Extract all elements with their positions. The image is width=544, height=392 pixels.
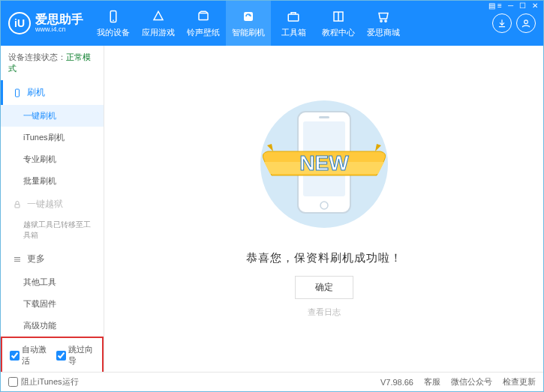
window-controls: ▤ ≡ ─ ☐ ✕ (488, 1, 538, 10)
success-illustration: NEW (249, 93, 399, 238)
apps-icon (151, 9, 166, 24)
svg-rect-2 (199, 13, 208, 19)
checkbox-row: 自动激活 跳过向导 (1, 337, 104, 372)
logo: iU 爱思助手 www.i4.cn (1, 12, 91, 34)
nav-smart-flash[interactable]: 智能刷机 (226, 1, 271, 46)
nav-store[interactable]: 爱思商城 (361, 1, 406, 46)
nav-apps[interactable]: 应用游戏 (136, 1, 181, 46)
success-message: 恭喜您，保资料刷机成功啦！ (246, 251, 402, 265)
sidebar-item-batch-flash[interactable]: 批量刷机 (1, 170, 104, 192)
nav-tutorials[interactable]: 教程中心 (316, 1, 361, 46)
nav-ringtones[interactable]: 铃声壁纸 (181, 1, 226, 46)
sidebar-group-more[interactable]: 更多 (1, 247, 104, 271)
support-link[interactable]: 客服 (424, 376, 440, 388)
app-url: www.i4.cn (35, 25, 83, 33)
sidebar-item-other-tools[interactable]: 其他工具 (1, 271, 104, 293)
toolbox-icon (286, 9, 301, 24)
sidebar-item-pro-flash[interactable]: 专业刷机 (1, 148, 104, 170)
download-button[interactable] (492, 13, 512, 33)
jailbreak-note: 越狱工具已转移至工具箱 (23, 220, 95, 241)
wallpaper-icon (196, 9, 211, 24)
sidebar-item-itunes-flash[interactable]: iTunes刷机 (1, 127, 104, 148)
check-update-link[interactable]: 检查更新 (503, 376, 536, 388)
svg-rect-18 (319, 116, 329, 118)
ok-button[interactable]: 确定 (295, 276, 353, 299)
svg-rect-4 (288, 14, 299, 21)
version-label: V7.98.66 (380, 378, 413, 387)
checkbox-auto-activate[interactable]: 自动激活 (10, 344, 49, 367)
svg-point-6 (385, 19, 386, 21)
svg-rect-3 (244, 12, 253, 21)
sidebar: 设备连接状态：正常模式 刷机 一键刷机 iTunes刷机 专业刷机 批量刷机 (1, 46, 104, 372)
phone-icon (12, 88, 23, 98)
lock-icon (12, 199, 23, 210)
main-content: NEW 恭喜您，保资料刷机成功啦！ 确定 查看日志 (104, 46, 543, 372)
list-icon (12, 254, 23, 265)
svg-rect-8 (16, 89, 20, 97)
close-icon[interactable]: ✕ (532, 1, 538, 10)
minimize-icon[interactable]: ─ (508, 1, 513, 10)
new-banner-text: NEW (299, 151, 349, 175)
logo-icon: iU (8, 12, 31, 34)
header: iU 爱思助手 www.i4.cn 我的设备 应用游戏 铃声壁纸 智能刷机 (1, 1, 543, 46)
top-nav: 我的设备 应用游戏 铃声壁纸 智能刷机 工具箱 教程中心 (91, 1, 492, 46)
svg-rect-9 (15, 204, 20, 208)
svg-point-5 (380, 19, 382, 21)
menu-icon[interactable]: ▤ ≡ (488, 1, 502, 10)
sidebar-group-flash[interactable]: 刷机 (1, 80, 104, 105)
connection-status: 设备连接状态：正常模式 (1, 46, 104, 80)
sidebar-item-download-firmware[interactable]: 下载固件 (1, 293, 104, 315)
maximize-icon[interactable]: ☐ (519, 1, 526, 10)
sidebar-group-jailbreak[interactable]: 一键越狱 (1, 192, 104, 217)
nav-toolbox[interactable]: 工具箱 (271, 1, 316, 46)
svg-point-7 (524, 20, 528, 24)
checkbox-skip-guide[interactable]: 跳过向导 (56, 344, 95, 367)
phone-icon (106, 9, 121, 24)
view-log-link[interactable]: 查看日志 (308, 307, 341, 318)
book-icon (331, 9, 346, 24)
app-name: 爱思助手 (35, 13, 83, 25)
footer: 阻止iTunes运行 V7.98.66 客服 微信公众号 检查更新 (1, 372, 543, 391)
sidebar-item-advanced[interactable]: 高级功能 (1, 315, 104, 337)
header-right (492, 13, 543, 33)
nav-my-device[interactable]: 我的设备 (91, 1, 136, 46)
cart-icon (376, 9, 391, 24)
checkbox-block-itunes[interactable]: 阻止iTunes运行 (8, 376, 79, 388)
flash-icon (241, 9, 256, 24)
account-button[interactable] (516, 13, 536, 33)
sidebar-item-oneclick-flash[interactable]: 一键刷机 (1, 105, 104, 127)
wechat-link[interactable]: 微信公众号 (451, 376, 492, 388)
